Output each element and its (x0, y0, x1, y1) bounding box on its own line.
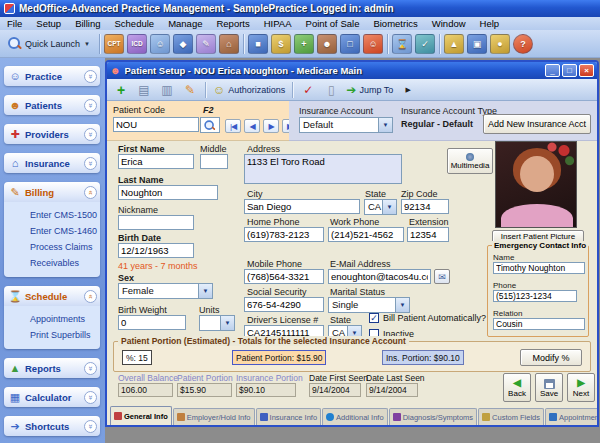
sidebar-item-billing[interactable]: ✎ Billing » (4, 182, 100, 202)
chevron-expand-icon[interactable]: » (84, 420, 97, 433)
charts-money-icon[interactable]: ▲ (444, 34, 464, 54)
tab-appointments[interactable]: Appointments (545, 408, 597, 425)
workstation-icon[interactable]: ▣ (467, 34, 487, 54)
users-icon[interactable]: ☺ (363, 34, 383, 54)
nickname-input[interactable] (118, 215, 194, 230)
birth-date-input[interactable] (118, 243, 194, 258)
add-new-insurance-button[interactable]: Add New Insurance Acct (483, 114, 591, 134)
sidebar-item-process-claims[interactable]: Process Claims (4, 239, 100, 255)
jump-to-button[interactable]: ➔ Jump To (344, 81, 395, 99)
sidebar-item-reports[interactable]: ▲ Reports » (4, 358, 100, 378)
menu-billing[interactable]: Billing (68, 18, 107, 29)
sidebar-item-calculator[interactable]: ▦ Calculator » (4, 387, 100, 407)
window-titlebar[interactable]: ☻ Patient Setup - NOU Erica Noughton - M… (107, 62, 597, 79)
lab-setup-icon[interactable]: ◆ (173, 34, 193, 54)
payments-icon[interactable]: $ (271, 34, 291, 54)
tab-general-info[interactable]: General Info (110, 406, 172, 425)
delete-button[interactable]: ▯ (321, 81, 341, 99)
middle-input[interactable] (200, 154, 228, 169)
sidebar-item-enter-cms-1460[interactable]: Enter CMS-1460 (4, 223, 100, 239)
patient-group-icon[interactable]: ☻ (317, 34, 337, 54)
chevron-expand-icon[interactable]: » (84, 362, 97, 375)
sidebar-item-schedule[interactable]: ⌛ Schedule » (4, 286, 100, 306)
close-button[interactable]: × (579, 64, 594, 77)
sidebar-item-appointments[interactable]: Appointments (4, 311, 100, 327)
certificates-icon[interactable]: ✎ (196, 34, 216, 54)
birth-weight-input[interactable] (118, 315, 186, 330)
reports-timer-icon[interactable]: ⌛ (392, 34, 412, 54)
previous-record-button[interactable]: ◀ (244, 119, 260, 133)
menu-hipaa[interactable]: HIPAA (257, 18, 299, 29)
bill-automatically-checkbox[interactable]: ✓ (369, 313, 379, 323)
sidebar-item-print-superbills[interactable]: Print Superbills (4, 327, 100, 343)
patient-card-icon[interactable]: ☺ (150, 34, 170, 54)
first-record-button[interactable]: |◀ (225, 119, 241, 133)
tab-diagnosis-symptoms[interactable]: Diagnosis/Symptoms (389, 408, 477, 425)
insurance-companies-icon[interactable]: ⌂ (219, 34, 239, 54)
state-select[interactable]: CA ▼ (364, 199, 397, 215)
maximize-button[interactable]: □ (562, 64, 577, 77)
back-button[interactable]: ◀Back (503, 373, 531, 402)
sidebar-item-receivables[interactable]: Receivables (4, 255, 100, 271)
security-lock-icon[interactable]: ● (490, 34, 510, 54)
claims-icon[interactable]: + (294, 34, 314, 54)
work-phone-input[interactable] (328, 227, 404, 242)
marital-status-select[interactable]: Single ▼ (328, 297, 410, 313)
chevron-expand-icon[interactable]: » (84, 99, 97, 112)
patient-code-input[interactable] (113, 117, 199, 132)
extension-input[interactable] (407, 227, 449, 242)
menu-reports[interactable]: Reports (209, 18, 256, 29)
toolbar-expand-button[interactable]: ▶ (398, 81, 418, 99)
authorizations-button[interactable]: ☺ Authorizations (211, 81, 287, 99)
sidebar-item-practice[interactable]: ☺ Practice » (4, 66, 100, 86)
menu-setup[interactable]: Setup (29, 18, 68, 29)
menu-biometrics[interactable]: Biometrics (366, 18, 424, 29)
add-patient-button[interactable]: + (111, 81, 131, 99)
minimize-button[interactable]: _ (545, 64, 560, 77)
first-name-input[interactable] (118, 154, 194, 169)
sidebar-item-enter-cms-1500[interactable]: Enter CMS-1500 (4, 207, 100, 223)
emergency-phone-input[interactable] (493, 290, 577, 302)
chevron-expand-icon[interactable]: » (84, 70, 97, 83)
chevron-expand-icon[interactable]: » (84, 128, 97, 141)
patient-search-button[interactable] (200, 117, 220, 133)
next-record-button[interactable]: ▶ (263, 119, 279, 133)
social-security-input[interactable] (244, 297, 324, 312)
zip-code-input[interactable] (401, 199, 449, 214)
menu-help[interactable]: Help (473, 18, 507, 29)
tab-employer-hold-info[interactable]: Employer/Hold Info (173, 408, 255, 425)
menu-window[interactable]: Window (425, 18, 473, 29)
next-button[interactable]: ▶Next (567, 373, 595, 402)
save-button[interactable]: ▤ (134, 81, 154, 99)
quick-launch-button[interactable]: Quick Launch ▼ (3, 35, 95, 52)
units-select[interactable]: ▼ (199, 315, 235, 331)
checklist-icon[interactable]: ✓ (415, 34, 435, 54)
insurance-account-select[interactable]: Default ▼ (299, 117, 393, 133)
emergency-name-input[interactable] (493, 262, 585, 274)
email-input[interactable] (328, 269, 431, 284)
help-icon[interactable]: ? (513, 34, 533, 54)
tab-custom-fields[interactable]: Custom Fields (478, 408, 544, 425)
modify-percent-button[interactable]: Modify % (520, 349, 582, 366)
tab-insurance-info[interactable]: Insurance Info (256, 408, 322, 425)
city-input[interactable] (244, 199, 360, 214)
appointments-screen-icon[interactable]: ■ (248, 34, 268, 54)
scheduler-screen-icon[interactable]: □ (340, 34, 360, 54)
chevron-collapse-icon[interactable]: » (84, 186, 97, 199)
chevron-expand-icon[interactable]: » (84, 157, 97, 170)
address-input[interactable]: 1133 El Toro Road (244, 154, 402, 184)
mobile-phone-input[interactable] (244, 269, 324, 284)
sidebar-item-shortcuts[interactable]: ➔ Shortcuts » (4, 416, 100, 436)
print-card-button[interactable]: ▥ (157, 81, 177, 99)
multimedia-button[interactable]: Multimedia (447, 148, 493, 174)
icd-codes-icon[interactable]: ICD (127, 34, 147, 54)
sidebar-item-providers[interactable]: ✚ Providers » (4, 124, 100, 144)
menu-point-of-sale[interactable]: Point of Sale (299, 18, 367, 29)
tab-additional-info[interactable]: Additional Info (322, 408, 388, 425)
menu-schedule[interactable]: Schedule (108, 18, 162, 29)
home-phone-input[interactable] (244, 227, 324, 242)
sidebar-item-insurance[interactable]: ⌂ Insurance » (4, 153, 100, 173)
emergency-relation-input[interactable] (493, 318, 585, 330)
sex-select[interactable]: Female ▼ (118, 283, 213, 299)
verify-button[interactable]: ✓ (298, 81, 318, 99)
